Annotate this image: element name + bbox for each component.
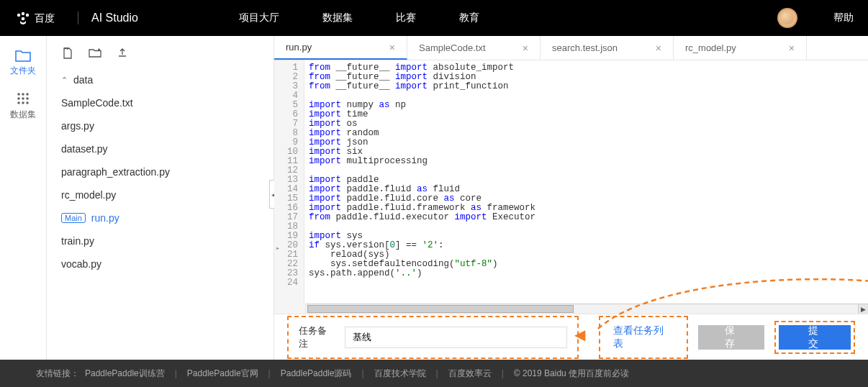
file-sidebar: ⌃ data SampleCode.txt args.py dataset.py… [47,36,273,360]
scroll-right-icon[interactable]: ▶ [858,304,868,314]
svg-point-0 [17,14,20,17]
bottom-action-bar: 任务备注 查看任务列表 ◀ 保存 提 交 [274,314,868,360]
svg-point-5 [22,93,24,96]
horizontal-scrollbar[interactable]: ▶ [306,304,868,314]
file-train[interactable]: train.py [47,229,273,252]
submit-highlight-box: 提 交 [774,321,855,354]
close-icon[interactable]: × [656,42,661,54]
line-gutter: ▸ 12345678910111213141516171819202122232… [274,60,304,304]
file-vocab[interactable]: vocab.py [47,252,273,276]
product-name: AI Studio [91,12,138,24]
task-remark-label: 任务备注 [299,324,336,350]
svg-point-10 [17,101,20,104]
code-content[interactable]: from __future__ import absolute_importfr… [304,60,540,304]
file-paragraph-extraction[interactable]: paragraph_extraction.py [47,160,273,183]
file-dataset[interactable]: dataset.py [47,137,273,160]
nav-competitions[interactable]: 比赛 [396,12,416,24]
file-rc-model[interactable]: rc_model.py [47,183,273,206]
sidebar-toolbar [47,45,273,68]
footer-prefix: 友情链接： [36,368,79,380]
leftnav-files[interactable]: 文件夹 [10,49,36,77]
nav-education[interactable]: 教育 [459,12,479,24]
logo-divider [78,12,78,24]
dataset-icon [16,91,30,106]
arrow-left-icon: ◀ [574,326,585,343]
top-nav: 项目大厅 数据集 比赛 教育 [239,12,479,24]
svg-point-7 [17,97,20,100]
editor-pane: ◀ run.py× SampleCode.txt× search.test.js… [273,36,868,360]
close-icon[interactable]: × [789,42,795,54]
editor-tabs: run.py× SampleCode.txt× search.test.json… [274,36,868,60]
nav-projects[interactable]: 项目大厅 [239,12,279,24]
left-icon-nav: 文件夹 数据集 [0,36,47,360]
nav-help[interactable]: 帮助 [833,12,854,24]
tab-run-py[interactable]: run.py× [274,36,407,60]
folder-icon [15,49,31,62]
task-remark-input[interactable] [345,327,568,348]
footer-link-4[interactable]: 百度效率云 [448,368,492,380]
svg-point-11 [22,101,24,104]
svg-point-8 [22,97,24,100]
tab-rc-model[interactable]: rc_model.py× [674,36,807,60]
close-icon[interactable]: × [523,42,528,54]
submit-button[interactable]: 提 交 [779,325,851,350]
baidu-logo-icon: 百度 [14,10,65,26]
folder-data[interactable]: ⌃ data [47,68,273,91]
main-badge: Main [61,213,86,223]
svg-point-2 [26,14,29,17]
svg-point-6 [26,93,29,96]
logo[interactable]: 百度 AI Studio [14,10,138,26]
scrollbar-thumb[interactable] [307,305,574,313]
view-task-list-link[interactable]: 查看任务列表 ◀ [599,316,688,359]
upload-icon[interactable] [117,47,127,61]
file-args[interactable]: args.py [47,114,273,137]
footer-link-2[interactable]: PaddlePaddle源码 [281,368,352,380]
svg-point-3 [22,17,25,21]
svg-point-9 [26,97,29,100]
svg-point-12 [26,101,29,104]
file-tree: ⌃ data SampleCode.txt args.py dataset.py… [47,68,273,276]
task-remark-box: 任务备注 [287,316,579,359]
leftnav-datasets[interactable]: 数据集 [10,91,36,121]
close-icon[interactable]: × [389,42,395,53]
avatar[interactable] [777,8,797,28]
code-area[interactable]: ▸ 12345678910111213141516171819202122232… [274,60,868,304]
nav-datasets[interactable]: 数据集 [322,12,353,24]
svg-point-4 [17,93,20,96]
footer-copyright: © 2019 Baidu 使用百度前必读 [514,368,629,380]
file-samplecode[interactable]: SampleCode.txt [47,91,273,114]
footer-link-0[interactable]: PaddlePaddle训练营 [85,368,165,380]
new-file-icon[interactable] [63,47,73,61]
top-header: 百度 AI Studio 项目大厅 数据集 比赛 教育 帮助 [0,0,868,36]
save-button[interactable]: 保存 [698,325,764,350]
logo-text: 百度 [35,13,55,24]
tab-search-json[interactable]: search.test.json× [541,36,674,60]
fold-marker-icon[interactable]: ▸ [276,243,280,255]
svg-point-1 [22,12,24,15]
file-run[interactable]: Main run.py [47,206,273,229]
main-area: 文件夹 数据集 ⌃ data SampleCode.txt args.py da… [0,36,868,360]
tab-samplecode[interactable]: SampleCode.txt× [407,36,541,60]
footer-link-1[interactable]: PaddlePaddle官网 [187,368,258,380]
footer: 友情链接： PaddlePaddle训练营| PaddlePaddle官网| P… [0,360,868,387]
footer-link-3[interactable]: 百度技术学院 [374,368,426,380]
new-folder-icon[interactable] [89,47,101,61]
